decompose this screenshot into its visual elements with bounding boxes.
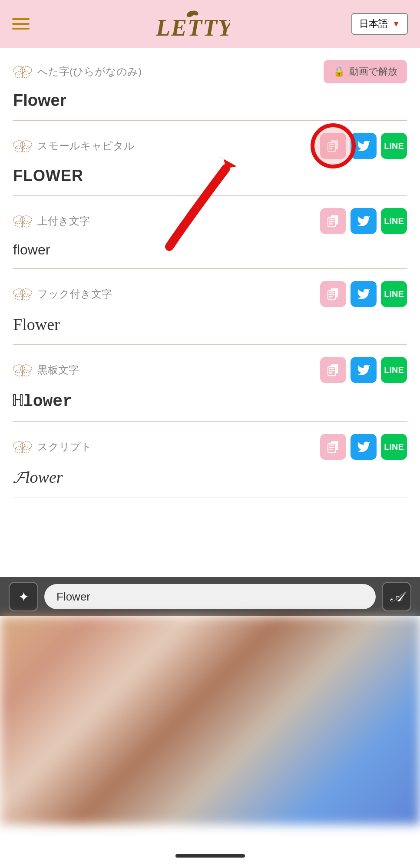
card-hook-actions: LINE (320, 281, 407, 307)
logo-area: LETTY (152, 9, 230, 39)
butterfly-icon-hook (13, 286, 32, 302)
twitter-button-small-caps[interactable] (351, 133, 377, 159)
card-script-title: スクリプト (37, 440, 92, 454)
line-icon-blackboard: LINE (384, 365, 404, 375)
unlock-label: 動画で解放 (349, 65, 397, 78)
card-hook-title-area: フック付き文字 (13, 286, 112, 302)
card-heta: へた字(ひらがなのみ) 🔒 動画で解放 Flower (13, 48, 407, 121)
copy-button-blackboard[interactable] (320, 357, 346, 383)
svg-rect-47 (329, 368, 334, 369)
font-style-button[interactable]: 𝒜 (382, 582, 411, 611)
twitter-icon-superscript (357, 214, 370, 228)
card-script-result: 𝓕lower (13, 466, 407, 487)
line-button-script[interactable]: LINE (381, 434, 407, 460)
copy-icon-script (326, 440, 340, 454)
lock-icon: 🔒 (333, 66, 345, 77)
font-icon: 𝒜 (390, 589, 403, 605)
card-heta-title-area: へた字(ひらがなのみ) (13, 63, 142, 80)
butterfly-icon-small-caps (13, 138, 32, 154)
copy-icon-blackboard (326, 363, 340, 377)
line-button-hook[interactable]: LINE (381, 281, 407, 307)
card-heta-title: へた字(ひらがなのみ) (37, 65, 142, 79)
card-blackboard-title: 黒板文字 (37, 363, 79, 377)
line-icon-superscript: LINE (384, 216, 404, 226)
copy-button-wrapper (320, 133, 346, 159)
svg-rect-59 (329, 449, 333, 450)
svg-rect-49 (329, 372, 333, 373)
card-script: スクリプト LIN (13, 422, 407, 498)
card-superscript-title-area: 上付き文字 (13, 213, 90, 229)
twitter-button-hook[interactable] (351, 281, 377, 307)
twitter-icon-script (357, 440, 370, 454)
line-icon-hook: LINE (384, 289, 404, 299)
svg-rect-58 (329, 447, 334, 448)
svg-point-8 (13, 141, 25, 149)
hamburger-menu[interactable] (12, 18, 30, 30)
copy-button-superscript[interactable] (320, 208, 346, 234)
card-blackboard-title-area: 黒板文字 (13, 362, 79, 378)
svg-rect-15 (329, 144, 334, 145)
twitter-button-blackboard[interactable] (351, 357, 377, 383)
card-superscript: 上付き文字 LIN (13, 196, 407, 269)
card-heta-result: Flower (13, 89, 407, 110)
app-header: LETTY 日本語 ▼ (0, 0, 420, 48)
blurred-preview-area (0, 616, 420, 825)
card-blackboard: 黒板文字 LINE (13, 345, 407, 422)
line-icon-script: LINE (384, 442, 404, 452)
svg-rect-38 (329, 294, 334, 295)
card-small-caps-result: FLOWER (13, 165, 407, 185)
language-label: 日本語 (359, 17, 388, 30)
copy-button-script[interactable] (320, 434, 346, 460)
svg-point-50 (13, 442, 25, 449)
copy-icon-superscript (326, 214, 340, 228)
card-heta-header: へた字(ひらがなのみ) 🔒 動画で解放 (13, 60, 407, 83)
svg-rect-57 (329, 445, 334, 446)
svg-rect-39 (329, 296, 333, 297)
svg-rect-16 (329, 146, 334, 147)
butterfly-icon-heta (13, 63, 32, 80)
card-blackboard-result: ℍlower (13, 389, 407, 411)
copy-icon-hook (326, 287, 340, 301)
card-superscript-result: flower (13, 240, 407, 258)
twitter-button-superscript[interactable] (351, 208, 377, 234)
card-small-caps-actions: LINE (320, 133, 407, 159)
svg-point-20 (13, 216, 25, 224)
card-small-caps-title-area: スモールキャピタル (13, 138, 135, 154)
card-small-caps-title: スモールキャピタル (37, 139, 135, 153)
card-superscript-header: 上付き文字 LIN (13, 208, 407, 234)
line-button-blackboard[interactable]: LINE (381, 357, 407, 383)
line-button-small-caps[interactable]: LINE (381, 133, 407, 159)
line-button-superscript[interactable]: LINE (381, 208, 407, 234)
language-selector[interactable]: 日本語 ▼ (351, 13, 408, 35)
svg-rect-48 (329, 370, 334, 371)
sparkle-button[interactable]: ✦ (9, 582, 38, 611)
butterfly-icon-superscript (13, 213, 32, 229)
svg-rect-28 (329, 221, 334, 222)
card-superscript-title: 上付き文字 (37, 214, 90, 228)
copy-button-small-caps[interactable] (320, 133, 346, 159)
card-small-caps-header: スモールキャピタル (13, 133, 407, 159)
card-hook-result: Flower (13, 313, 407, 334)
home-indicator (175, 854, 245, 858)
main-content: へた字(ひらがなのみ) 🔒 動画で解放 Flower スモールキャピタル (0, 48, 420, 498)
unlock-button-heta[interactable]: 🔒 動画で解放 (324, 60, 407, 83)
card-script-title-area: スクリプト (13, 439, 92, 455)
lang-dropdown-arrow: ▼ (392, 20, 400, 29)
svg-rect-27 (329, 219, 334, 220)
line-icon: LINE (384, 141, 404, 151)
svg-point-40 (13, 365, 25, 373)
card-small-caps: スモールキャピタル (13, 121, 407, 196)
svg-rect-37 (329, 292, 334, 293)
svg-rect-29 (329, 223, 333, 224)
svg-text:LETTY: LETTY (155, 15, 230, 39)
copy-button-hook[interactable] (320, 281, 346, 307)
sparkle-icon: ✦ (18, 589, 29, 604)
twitter-icon-blackboard (357, 363, 370, 377)
twitter-icon-hook (357, 287, 370, 301)
text-input[interactable] (44, 584, 376, 609)
card-hook-title: フック付き文字 (37, 287, 112, 301)
card-blackboard-actions: LINE (320, 357, 407, 383)
copy-icon (326, 139, 340, 153)
twitter-button-script[interactable] (351, 434, 377, 460)
card-script-header: スクリプト LIN (13, 434, 407, 460)
